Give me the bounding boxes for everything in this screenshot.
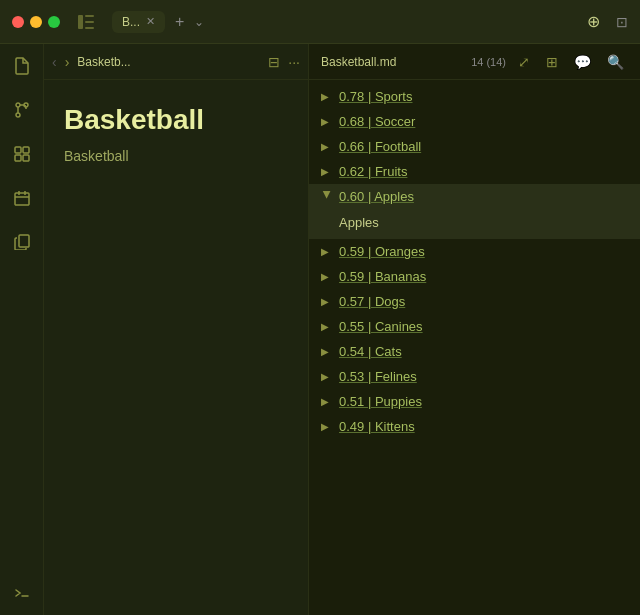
result-row[interactable]: ▶0.59 | Bananas xyxy=(309,264,640,289)
editor-nav: ‹ › Basketb... ⊟ ··· xyxy=(44,44,308,80)
chevron-icon: ▶ xyxy=(321,246,333,257)
results-filename: Basketball.md xyxy=(321,55,463,69)
chevron-icon: ▶ xyxy=(321,321,333,332)
result-row[interactable]: ▶0.57 | Dogs xyxy=(309,289,640,314)
result-item: ▶0.78 | Sports xyxy=(309,84,640,109)
chevron-icon: ▶ xyxy=(321,166,333,177)
copy-icon[interactable] xyxy=(8,228,36,256)
chevron-icon: ▶ xyxy=(321,396,333,407)
result-row[interactable]: ▶0.60 | Apples xyxy=(309,184,640,209)
result-item: ▶0.51 | Puppies xyxy=(309,389,640,414)
result-row[interactable]: ▶0.59 | Oranges xyxy=(309,239,640,264)
editor-panel: ‹ › Basketb... ⊟ ··· Basketball Basketba… xyxy=(44,44,309,615)
svg-rect-3 xyxy=(85,27,94,29)
result-link[interactable]: 0.78 | Sports xyxy=(339,89,412,104)
svg-rect-1 xyxy=(85,15,94,17)
tab-close-icon[interactable]: ✕ xyxy=(146,15,155,28)
result-link[interactable]: 0.59 | Oranges xyxy=(339,244,425,259)
svg-rect-10 xyxy=(23,155,29,161)
result-item: ▶0.55 | Canines xyxy=(309,314,640,339)
back-arrow[interactable]: ‹ xyxy=(52,54,57,70)
comment-icon[interactable]: 💬 xyxy=(570,52,595,72)
result-link[interactable]: 0.59 | Bananas xyxy=(339,269,426,284)
close-button[interactable] xyxy=(12,16,24,28)
result-item: ▶0.59 | Bananas xyxy=(309,264,640,289)
svg-rect-11 xyxy=(15,193,29,205)
doc-subtitle: Basketball xyxy=(64,148,288,164)
result-row[interactable]: ▶0.66 | Football xyxy=(309,134,640,159)
result-link[interactable]: 0.66 | Football xyxy=(339,139,421,154)
svg-point-4 xyxy=(16,103,20,107)
doc-title: Basketball xyxy=(64,104,288,136)
calendar-icon[interactable] xyxy=(8,184,36,212)
result-item: ▶0.62 | Fruits xyxy=(309,159,640,184)
minimize-button[interactable] xyxy=(30,16,42,28)
cursor-icon: ⊕ xyxy=(587,12,600,31)
chevron-icon: ▶ xyxy=(321,296,333,307)
result-expanded-content: Apples xyxy=(309,209,640,239)
result-row[interactable]: ▶0.55 | Canines xyxy=(309,314,640,339)
svg-rect-0 xyxy=(78,15,83,29)
results-count: 14 (14) xyxy=(471,56,506,68)
result-item: ▶0.59 | Oranges xyxy=(309,239,640,264)
main-content: ‹ › Basketb... ⊟ ··· Basketball Basketba… xyxy=(0,44,640,615)
result-row[interactable]: ▶0.53 | Felines xyxy=(309,364,640,389)
svg-point-6 xyxy=(16,113,20,117)
editor-content: Basketball Basketball xyxy=(44,80,308,188)
move-icon[interactable]: ⤢ xyxy=(514,52,534,72)
result-link[interactable]: 0.62 | Fruits xyxy=(339,164,407,179)
result-row[interactable]: ▶0.78 | Sports xyxy=(309,84,640,109)
result-link[interactable]: 0.54 | Cats xyxy=(339,344,402,359)
search-icon[interactable]: 🔍 xyxy=(603,52,628,72)
git-icon[interactable] xyxy=(8,96,36,124)
result-item: ▶0.49 | Kittens xyxy=(309,414,640,439)
layout-icon[interactable]: ⊡ xyxy=(616,14,628,30)
result-link[interactable]: 0.53 | Felines xyxy=(339,369,417,384)
result-link[interactable]: 0.55 | Canines xyxy=(339,319,423,334)
breadcrumb: Basketb... xyxy=(77,55,260,69)
result-link[interactable]: 0.57 | Dogs xyxy=(339,294,405,309)
chevron-icon: ▶ xyxy=(321,346,333,357)
result-link[interactable]: 0.60 | Apples xyxy=(339,189,414,204)
sidebar-toggle-icon[interactable] xyxy=(76,12,96,32)
fullscreen-button[interactable] xyxy=(48,16,60,28)
result-link[interactable]: 0.49 | Kittens xyxy=(339,419,415,434)
chevron-icon: ▶ xyxy=(321,371,333,382)
results-list: ▶0.78 | Sports▶0.68 | Soccer▶0.66 | Foot… xyxy=(309,80,640,615)
result-item: ▶0.68 | Soccer xyxy=(309,109,640,134)
book-icon[interactable]: ⊟ xyxy=(268,54,280,70)
svg-rect-9 xyxy=(15,155,21,161)
grid-icon[interactable] xyxy=(8,140,36,168)
active-tab[interactable]: B... ✕ xyxy=(112,11,165,33)
left-sidebar xyxy=(0,44,44,615)
file-icon[interactable] xyxy=(8,52,36,80)
result-link[interactable]: 0.51 | Puppies xyxy=(339,394,422,409)
result-item: ▶0.54 | Cats xyxy=(309,339,640,364)
result-row[interactable]: ▶0.62 | Fruits xyxy=(309,159,640,184)
more-icon[interactable]: ··· xyxy=(288,54,300,70)
terminal-icon[interactable] xyxy=(8,579,36,607)
result-item: ▶0.60 | ApplesApples xyxy=(309,184,640,239)
svg-rect-12 xyxy=(19,235,29,247)
forward-arrow[interactable]: › xyxy=(65,54,70,70)
svg-rect-8 xyxy=(23,147,29,153)
titlebar: B... ✕ + ⌄ ⊕ ⊡ xyxy=(0,0,640,44)
result-row[interactable]: ▶0.51 | Puppies xyxy=(309,389,640,414)
result-item: ▶0.66 | Football xyxy=(309,134,640,159)
result-row[interactable]: ▶0.54 | Cats xyxy=(309,339,640,364)
chevron-icon: ▶ xyxy=(321,91,333,102)
chevron-icon: ▶ xyxy=(321,141,333,152)
svg-rect-7 xyxy=(15,147,21,153)
result-row[interactable]: ▶0.49 | Kittens xyxy=(309,414,640,439)
result-link[interactable]: 0.68 | Soccer xyxy=(339,114,415,129)
split-icon[interactable]: ⊞ xyxy=(542,52,562,72)
result-item: ▶0.53 | Felines xyxy=(309,364,640,389)
tab-chevron-icon[interactable]: ⌄ xyxy=(194,15,204,29)
results-header: Basketball.md 14 (14) ⤢ ⊞ 💬 🔍 xyxy=(309,44,640,80)
results-panel: Basketball.md 14 (14) ⤢ ⊞ 💬 🔍 ▶0.78 | Sp… xyxy=(309,44,640,615)
result-item: ▶0.57 | Dogs xyxy=(309,289,640,314)
new-tab-button[interactable]: + xyxy=(169,11,190,33)
chevron-icon: ▶ xyxy=(321,116,333,127)
result-row[interactable]: ▶0.68 | Soccer xyxy=(309,109,640,134)
chevron-icon: ▶ xyxy=(322,191,333,203)
